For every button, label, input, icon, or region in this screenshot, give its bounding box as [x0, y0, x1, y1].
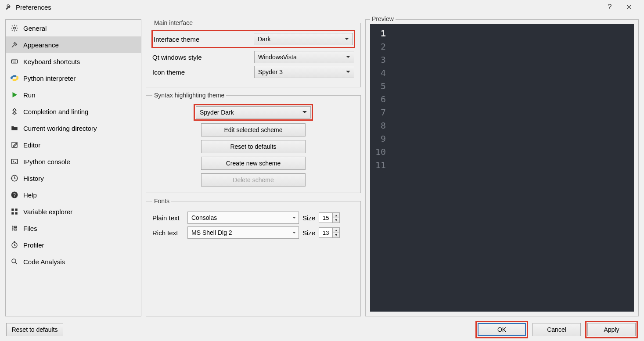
titlebar: Preferences ? [0, 0, 644, 14]
history-icon [10, 174, 19, 183]
spin-up-icon[interactable]: ▲ [333, 213, 339, 218]
rich-size-spinner[interactable]: ▲ ▼ [319, 227, 340, 238]
fonts-legend: Fonts [152, 197, 171, 205]
sidebar-item-profiler[interactable]: Profiler [6, 237, 141, 253]
svg-rect-3 [11, 159, 18, 164]
apply-button[interactable]: Apply [587, 323, 636, 336]
grid-icon [10, 207, 19, 216]
annotation-apply-highlight: Apply [585, 321, 638, 338]
sidebar-item-run[interactable]: Run [6, 86, 141, 103]
rich-size-value[interactable] [319, 227, 333, 238]
line-number: 5 [370, 79, 386, 93]
sidebar-item-label: Run [23, 91, 36, 99]
syntax-highlighting-group: Syntax highlighting theme Spyder Dark Ed… [146, 92, 361, 193]
sidebar-item-files[interactable]: Files [6, 220, 141, 237]
sidebar-item-ipython-console[interactable]: IPython console [6, 153, 141, 170]
sidebar-item-label: Editor [23, 141, 40, 149]
line-number: 2 [370, 40, 386, 53]
sidebar-item-appearance[interactable]: Appearance [6, 36, 141, 53]
qt-style-value: WindowsVista [258, 54, 297, 61]
rich-font-combo[interactable]: MS Shell Dlg 2 [187, 226, 299, 239]
sidebar-item-label: IPython console [23, 158, 70, 165]
sidebar-item-label: Current working directory [23, 125, 97, 132]
keyboard-icon [10, 57, 19, 66]
annotation-scheme-highlight: Spyder Dark [194, 104, 313, 121]
syntax-scheme-combo[interactable]: Spyder Dark [196, 106, 311, 118]
sidebar-item-variable-explorer[interactable]: Variable explorer [6, 203, 141, 220]
interface-theme-label: Interface theme [154, 36, 250, 43]
interface-theme-combo[interactable]: Dark [254, 33, 353, 45]
diamond-icon [10, 107, 19, 116]
svg-rect-6 [11, 208, 14, 211]
dialog-footer: Reset to defaults OK Cancel Apply [0, 322, 644, 341]
interface-theme-value: Dark [258, 36, 271, 43]
sidebar-item-label: Help [23, 191, 37, 199]
category-list: General Appearance Keyboard shortcuts Py… [5, 19, 141, 316]
edit-scheme-button[interactable]: Edit selected scheme [201, 123, 306, 136]
icon-theme-value: Spyder 3 [258, 68, 283, 75]
sidebar-item-label: Appearance [23, 41, 59, 49]
close-button[interactable] [619, 1, 639, 13]
help-button[interactable]: ? [600, 3, 619, 11]
cancel-button[interactable]: Cancel [532, 323, 581, 336]
sidebar-item-python-interpreter[interactable]: Python interpreter [6, 70, 141, 86]
spin-up-icon[interactable]: ▲ [333, 228, 339, 233]
sidebar-item-label: Python interpreter [23, 75, 76, 82]
line-number: 11 [370, 158, 386, 172]
sidebar-item-code-analysis[interactable]: Code Analysis [6, 253, 141, 270]
line-number: 10 [370, 145, 386, 158]
ok-button[interactable]: OK [478, 323, 526, 336]
sidebar-item-label: Files [23, 225, 37, 232]
folder-icon [10, 124, 19, 133]
code-area [389, 24, 634, 312]
reset-scheme-button[interactable]: Reset to defaults [201, 140, 306, 153]
plain-size-value[interactable] [319, 212, 333, 223]
plain-size-spinner[interactable]: ▲ ▼ [319, 212, 340, 223]
sidebar-item-help[interactable]: ? Help [6, 187, 141, 203]
main-interface-group: Main interface Interface theme Dark Qt w… [146, 19, 361, 87]
sidebar-item-history[interactable]: History [6, 170, 141, 187]
svg-rect-7 [15, 208, 18, 211]
icon-theme-combo[interactable]: Spyder 3 [254, 66, 354, 78]
svg-text:?: ? [13, 192, 16, 197]
spin-down-icon[interactable]: ▼ [333, 233, 339, 238]
sidebar-item-current-working-directory[interactable]: Current working directory [6, 120, 141, 136]
sidebar-item-label: Profiler [23, 241, 44, 249]
sidebar-item-editor[interactable]: Editor [6, 136, 141, 153]
line-number: 1 [370, 27, 386, 40]
delete-scheme-button: Delete scheme [201, 173, 306, 187]
plain-font-combo[interactable]: Consolas [187, 212, 299, 224]
sidebar-item-completion-linting[interactable]: Completion and linting [6, 103, 141, 120]
magnify-icon [10, 257, 19, 266]
question-circle-icon: ? [10, 190, 19, 199]
spin-down-icon[interactable]: ▼ [333, 218, 339, 223]
sidebar-item-label: History [23, 175, 44, 182]
line-number: 4 [370, 66, 386, 79]
main-interface-legend: Main interface [152, 19, 194, 26]
plain-size-label: Size [302, 214, 315, 222]
line-number: 6 [370, 93, 386, 106]
python-icon [10, 74, 19, 83]
reset-defaults-button[interactable]: Reset to defaults [6, 323, 63, 336]
svg-point-0 [14, 27, 16, 29]
create-scheme-button[interactable]: Create new scheme [201, 157, 306, 170]
console-icon [10, 157, 19, 166]
line-number: 9 [370, 132, 386, 145]
sidebar-item-label: Variable explorer [23, 208, 72, 215]
annotation-interface-theme-highlight: Interface theme Dark [151, 30, 355, 48]
qt-style-label: Qt windows style [152, 54, 251, 61]
qt-style-combo[interactable]: WindowsVista [254, 51, 354, 63]
window-title: Preferences [16, 4, 51, 11]
sidebar-item-general[interactable]: General [6, 20, 141, 36]
sidebar-item-label: General [23, 25, 47, 32]
fonts-group: Fonts Plain text Consolas Size ▲ ▼ Rich … [146, 197, 361, 316]
plain-text-label: Plain text [152, 214, 184, 222]
play-icon [10, 90, 19, 99]
editor-preview: 1234567891011 [370, 24, 634, 312]
sidebar-item-label: Code Analysis [23, 258, 65, 266]
sidebar-item-label: Completion and linting [23, 108, 88, 115]
settings-panel: Main interface Interface theme Dark Qt w… [146, 19, 361, 316]
sidebar-item-keyboard-shortcuts[interactable]: Keyboard shortcuts [6, 53, 141, 70]
line-number-gutter: 1234567891011 [370, 24, 389, 312]
svg-point-11 [12, 259, 16, 263]
